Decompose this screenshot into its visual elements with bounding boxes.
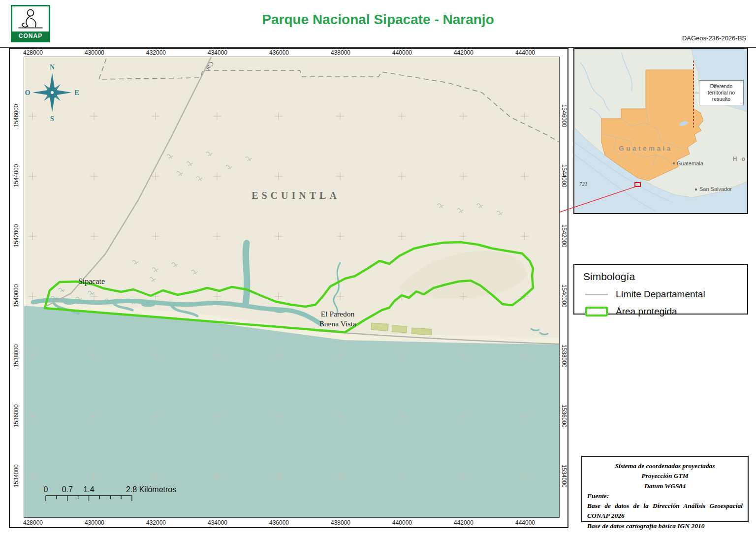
x-axis-label: 434000 [208, 519, 227, 526]
x-axis-label: 442000 [454, 519, 473, 526]
town-label-sipacate: Sipacate [78, 277, 105, 286]
country-label: Guatemala [619, 145, 673, 152]
x-axis-label: 432000 [146, 519, 166, 526]
honduras-label-partial: H o [733, 156, 747, 162]
san-salvador-label: San Salvador [699, 186, 732, 192]
limite-departamental-swatch [585, 294, 608, 295]
projection-line: Proyección GTM [587, 471, 743, 481]
x-axis-label: 430000 [85, 519, 104, 526]
x-axis-label: 438000 [331, 519, 350, 526]
legend-box: Simbología Límite Departamental Área pro… [573, 264, 748, 315]
town-label-paredon: El Paredon [321, 310, 355, 318]
y-axis-label: 1546000 [561, 104, 567, 127]
route-721-label: 721 [579, 181, 588, 187]
x-axis-label: 436000 [269, 519, 289, 526]
guatemala-city-label: Guatemala [677, 160, 704, 166]
compass-o-label: O [25, 89, 31, 96]
x-axis-label: 438000 [331, 49, 350, 56]
legend-label: Área protegida [616, 306, 677, 317]
x-axis-label: 432000 [146, 49, 166, 56]
x-axis-label: 434000 [208, 49, 227, 56]
locator-inset-map: Guatemala Guatemala San Salvador H o 721… [573, 48, 748, 214]
y-axis-label: 1536000 [561, 405, 567, 428]
document-code: DAGeos-236-2026-BS [682, 34, 746, 42]
map-frame: 428000 430000 432000 434000 436000 43800… [9, 48, 568, 528]
y-axis-label: 1534000 [561, 465, 567, 488]
guatemala-city-dot [673, 162, 675, 164]
y-axis-label: 1544000 [13, 164, 20, 188]
y-axis-label: 1540000 [13, 284, 20, 308]
x-axis-label: 428000 [23, 49, 43, 56]
x-axis-label: 428000 [23, 519, 43, 526]
crs-line: Sistema de coordenadas proyectadas [587, 461, 743, 471]
compass-n-label: N [50, 63, 55, 71]
legend-title: Simbología [583, 271, 747, 283]
source-line-2: Base de datos cartografía básica IGN 201… [587, 521, 743, 531]
monkey-icon [12, 6, 49, 30]
conap-logo-text: CONAP [12, 32, 49, 41]
map-sheet: { "header": { "logo_text": "CONAP", "tit… [0, 0, 756, 536]
y-axis-label: 1546000 [13, 104, 20, 127]
compass-s-label: S [50, 115, 54, 123]
legend-item-area: Área protegida [585, 306, 747, 317]
y-axis-label: 1544000 [561, 164, 567, 188]
y-axis-label: 1534000 [13, 465, 20, 488]
x-axis-label: 440000 [392, 519, 412, 526]
map-canvas: ESCUINTLA Sipacate El Paredon Buena Vist… [24, 57, 560, 518]
san-salvador-dot [695, 189, 697, 190]
header: CONAP Parque Nacional Sipacate - Naranjo… [0, 0, 756, 48]
area-protegida-swatch [585, 307, 608, 316]
x-axis-label: 440000 [392, 49, 412, 56]
scale-label-07: 0.7 [62, 485, 73, 494]
department-label: ESCUINTLA [252, 190, 340, 201]
legend-item-limite: Límite Departamental [585, 289, 747, 300]
compass-e-label: E [74, 89, 79, 96]
page-title: Parque Nacional Sipacate - Naranjo [262, 12, 494, 28]
y-axis-label: 1538000 [561, 345, 567, 368]
x-axis-label: 442000 [454, 49, 473, 56]
fuente-label: Fuente: [587, 491, 743, 501]
x-axis-label: 444000 [515, 519, 535, 526]
source-line-1: Base de datos de la Dirección Análisis G… [587, 501, 743, 521]
datum-line: Datum WGS84 [587, 481, 743, 491]
x-axis-label: 444000 [515, 49, 535, 56]
x-axis-label: 430000 [85, 49, 104, 56]
scale-label-28: 2.8 Kilómetros [126, 485, 176, 494]
legend-label: Límite Departamental [616, 289, 705, 300]
credits-box: Sistema de coordenadas proyectadas Proye… [581, 456, 749, 522]
conap-logo: CONAP [11, 5, 50, 42]
x-axis-label: 436000 [269, 49, 289, 56]
town-label-buena-vista: Buena Vista [319, 319, 356, 328]
scale-label-14: 1.4 [83, 485, 94, 494]
territorial-dispute-callout: Diferendo territorial no resuelto [699, 80, 744, 105]
y-axis-label: 1542000 [13, 224, 20, 248]
y-axis-label: 1536000 [13, 405, 20, 428]
y-axis-label: 1538000 [13, 345, 20, 368]
y-axis-label: 1542000 [561, 224, 567, 248]
y-axis-label: 1540000 [561, 284, 567, 308]
scale-label-0: 0 [44, 485, 48, 494]
